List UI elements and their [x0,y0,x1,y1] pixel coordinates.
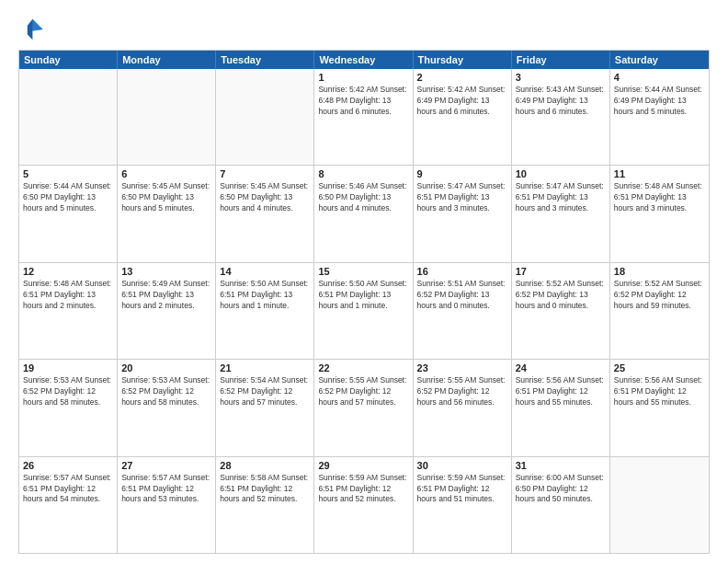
day-number: 16 [417,266,507,277]
calendar-day-8: 8Sunrise: 5:46 AM Sunset: 6:50 PM Daylig… [314,166,413,261]
calendar-day-1: 1Sunrise: 5:42 AM Sunset: 6:48 PM Daylig… [314,69,413,165]
day-number: 15 [318,266,408,277]
day-number: 2 [417,72,507,83]
calendar-day-24: 24Sunrise: 5:56 AM Sunset: 6:51 PM Dayli… [512,360,610,455]
day-number: 5 [23,168,113,179]
calendar-day-2: 2Sunrise: 5:42 AM Sunset: 6:49 PM Daylig… [414,69,512,165]
day-number: 12 [23,266,113,277]
day-info: Sunrise: 5:52 AM Sunset: 6:52 PM Dayligh… [516,279,606,312]
calendar-day-13: 13Sunrise: 5:49 AM Sunset: 6:51 PM Dayli… [118,263,216,359]
day-info: Sunrise: 5:43 AM Sunset: 6:49 PM Dayligh… [516,85,606,118]
day-info: Sunrise: 5:55 AM Sunset: 6:52 PM Dayligh… [417,375,507,408]
day-info: Sunrise: 5:53 AM Sunset: 6:52 PM Dayligh… [23,375,113,408]
calendar-day-7: 7Sunrise: 5:45 AM Sunset: 6:50 PM Daylig… [216,166,314,261]
calendar-day-empty [216,69,314,165]
day-number: 20 [121,362,211,373]
calendar-day-30: 30Sunrise: 5:59 AM Sunset: 6:51 PM Dayli… [414,457,512,553]
day-info: Sunrise: 5:58 AM Sunset: 6:51 PM Dayligh… [220,473,310,506]
calendar-row-1: 1Sunrise: 5:42 AM Sunset: 6:48 PM Daylig… [19,69,709,165]
day-number: 25 [614,362,705,373]
calendar-day-12: 12Sunrise: 5:48 AM Sunset: 6:51 PM Dayli… [19,263,118,359]
calendar-day-empty [19,69,118,165]
day-info: Sunrise: 5:45 AM Sunset: 6:50 PM Dayligh… [121,181,211,214]
day-info: Sunrise: 5:49 AM Sunset: 6:51 PM Dayligh… [121,279,211,312]
day-number: 10 [516,168,606,179]
day-info: Sunrise: 5:59 AM Sunset: 6:51 PM Dayligh… [417,473,507,506]
weekday-header-monday: Monday [118,51,216,69]
calendar-row-3: 12Sunrise: 5:48 AM Sunset: 6:51 PM Dayli… [19,262,709,359]
day-info: Sunrise: 5:45 AM Sunset: 6:50 PM Dayligh… [220,181,310,214]
day-number: 7 [220,168,310,179]
day-number: 22 [318,362,408,373]
calendar-day-15: 15Sunrise: 5:50 AM Sunset: 6:51 PM Dayli… [314,263,413,359]
day-info: Sunrise: 6:00 AM Sunset: 6:50 PM Dayligh… [516,473,606,506]
calendar-day-28: 28Sunrise: 5:58 AM Sunset: 6:51 PM Dayli… [216,457,314,553]
svg-marker-1 [32,19,42,31]
calendar-body: 1Sunrise: 5:42 AM Sunset: 6:48 PM Daylig… [19,69,709,553]
calendar-day-empty [610,457,709,553]
day-number: 26 [23,460,113,471]
day-number: 6 [121,168,211,179]
calendar-day-31: 31Sunrise: 6:00 AM Sunset: 6:50 PM Dayli… [512,457,610,553]
day-number: 1 [318,72,408,83]
day-info: Sunrise: 5:42 AM Sunset: 6:48 PM Dayligh… [318,85,408,118]
day-number: 17 [516,266,606,277]
calendar-day-20: 20Sunrise: 5:53 AM Sunset: 6:52 PM Dayli… [118,360,216,455]
calendar-day-4: 4Sunrise: 5:44 AM Sunset: 6:49 PM Daylig… [610,69,709,165]
weekday-header-sunday: Sunday [19,51,118,69]
day-info: Sunrise: 5:52 AM Sunset: 6:52 PM Dayligh… [614,279,705,312]
day-info: Sunrise: 5:56 AM Sunset: 6:51 PM Dayligh… [516,375,606,408]
weekday-header-thursday: Thursday [414,51,512,69]
day-info: Sunrise: 5:54 AM Sunset: 6:52 PM Dayligh… [220,375,310,408]
day-info: Sunrise: 5:44 AM Sunset: 6:49 PM Dayligh… [614,85,705,118]
day-number: 29 [318,460,408,471]
calendar-day-6: 6Sunrise: 5:45 AM Sunset: 6:50 PM Daylig… [118,166,216,261]
day-number: 11 [614,168,705,179]
day-number: 30 [417,460,507,471]
calendar-day-18: 18Sunrise: 5:52 AM Sunset: 6:52 PM Dayli… [610,263,709,359]
calendar-day-14: 14Sunrise: 5:50 AM Sunset: 6:51 PM Dayli… [216,263,314,359]
day-number: 31 [516,460,606,471]
day-number: 28 [220,460,310,471]
day-number: 14 [220,266,310,277]
calendar-day-10: 10Sunrise: 5:47 AM Sunset: 6:51 PM Dayli… [512,166,610,261]
logo [18,17,48,42]
logo-icon [18,17,44,42]
day-number: 3 [516,72,606,83]
day-number: 9 [417,168,507,179]
day-info: Sunrise: 5:48 AM Sunset: 6:51 PM Dayligh… [614,181,705,214]
weekday-header-wednesday: Wednesday [314,51,413,69]
day-info: Sunrise: 5:47 AM Sunset: 6:51 PM Dayligh… [516,181,606,214]
calendar-day-22: 22Sunrise: 5:55 AM Sunset: 6:52 PM Dayli… [314,360,413,455]
day-info: Sunrise: 5:55 AM Sunset: 6:52 PM Dayligh… [318,375,408,408]
day-number: 13 [121,266,211,277]
calendar-row-2: 5Sunrise: 5:44 AM Sunset: 6:50 PM Daylig… [19,165,709,261]
day-number: 8 [318,168,408,179]
calendar-day-16: 16Sunrise: 5:51 AM Sunset: 6:52 PM Dayli… [414,263,512,359]
calendar-day-11: 11Sunrise: 5:48 AM Sunset: 6:51 PM Dayli… [610,166,709,261]
day-info: Sunrise: 5:46 AM Sunset: 6:50 PM Dayligh… [318,181,408,214]
day-number: 21 [220,362,310,373]
day-info: Sunrise: 5:48 AM Sunset: 6:51 PM Dayligh… [23,279,113,312]
weekday-header-friday: Friday [512,51,610,69]
calendar-row-4: 19Sunrise: 5:53 AM Sunset: 6:52 PM Dayli… [19,359,709,455]
day-number: 18 [614,266,705,277]
day-info: Sunrise: 5:50 AM Sunset: 6:51 PM Dayligh… [318,279,408,312]
day-info: Sunrise: 5:57 AM Sunset: 6:51 PM Dayligh… [23,473,113,506]
day-number: 4 [614,72,705,83]
calendar-day-19: 19Sunrise: 5:53 AM Sunset: 6:52 PM Dayli… [19,360,118,455]
calendar-day-empty [118,69,216,165]
day-number: 19 [23,362,113,373]
calendar-day-21: 21Sunrise: 5:54 AM Sunset: 6:52 PM Dayli… [216,360,314,455]
day-info: Sunrise: 5:53 AM Sunset: 6:52 PM Dayligh… [121,375,211,408]
weekday-header-tuesday: Tuesday [216,51,314,69]
page-header [18,17,710,42]
calendar-row-5: 26Sunrise: 5:57 AM Sunset: 6:51 PM Dayli… [19,456,709,553]
calendar-day-23: 23Sunrise: 5:55 AM Sunset: 6:52 PM Dayli… [414,360,512,455]
day-info: Sunrise: 5:42 AM Sunset: 6:49 PM Dayligh… [417,85,507,118]
calendar-day-25: 25Sunrise: 5:56 AM Sunset: 6:51 PM Dayli… [610,360,709,455]
calendar-header: SundayMondayTuesdayWednesdayThursdayFrid… [19,51,709,69]
day-info: Sunrise: 5:51 AM Sunset: 6:52 PM Dayligh… [417,279,507,312]
day-number: 24 [516,362,606,373]
calendar-day-26: 26Sunrise: 5:57 AM Sunset: 6:51 PM Dayli… [19,457,118,553]
